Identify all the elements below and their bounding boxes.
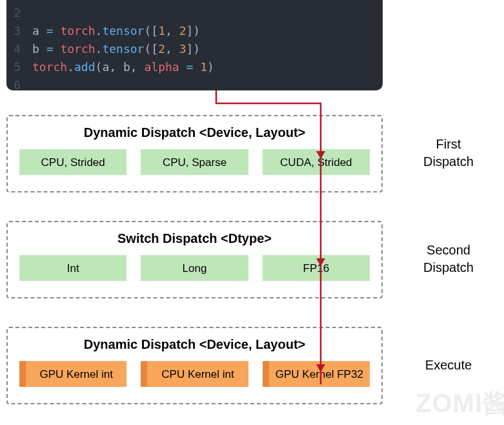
line-number: 6 <box>6 76 32 90</box>
side-label-3: Execute <box>400 357 497 374</box>
code-content: torch.add(a, b, alpha = 1) <box>32 58 214 76</box>
line-number: 3 <box>6 22 32 40</box>
execute-item: GPU Kernel FP32 <box>263 361 370 387</box>
dispatch-title-2: Switch Dispatch <Dtype> <box>19 231 370 246</box>
line-number: 2 <box>6 4 32 22</box>
dispatch-title-3: Dynamic Dispatch <Device, Layout> <box>19 337 370 352</box>
dispatch-title-1: Dynamic Dispatch <Device, Layout> <box>19 125 370 140</box>
side-label-2: SecondDispatch <box>400 242 497 276</box>
dispatch-box-3: Dynamic Dispatch <Device, Layout> GPU Ke… <box>6 327 383 404</box>
dispatch-item: FP16 <box>263 255 370 281</box>
code-line: 2 <box>6 4 383 22</box>
code-content <box>32 4 39 22</box>
dispatch-item: CPU, Strided <box>19 149 126 175</box>
line-number: 4 <box>6 40 32 58</box>
code-line: 3a = torch.tensor([1, 2]) <box>6 22 383 40</box>
line-number: 5 <box>6 58 32 76</box>
code-line: 6 <box>6 76 383 90</box>
side-label-1: FirstDispatch <box>400 136 497 171</box>
dispatch-box-1: Dynamic Dispatch <Device, Layout> CPU, S… <box>6 115 383 192</box>
code-content: a = torch.tensor([1, 2]) <box>32 22 200 40</box>
watermark: ZOMI酱 <box>416 386 504 421</box>
items-row-1: CPU, Strided CPU, Sparse CUDA, Strided <box>19 149 370 175</box>
dispatch-item: CUDA, Strided <box>263 149 370 175</box>
items-row-2: Int Long FP16 <box>19 255 370 281</box>
code-block: 2 3a = torch.tensor([1, 2])4b = torch.te… <box>6 0 383 90</box>
execute-item: CPU Kernel int <box>141 361 248 387</box>
execute-item: GPU Kernel int <box>19 361 126 387</box>
code-line: 4b = torch.tensor([2, 3]) <box>6 40 383 58</box>
dispatch-item: CPU, Sparse <box>141 149 248 175</box>
items-row-3: GPU Kernel int CPU Kernel int GPU Kernel… <box>19 361 370 387</box>
code-line: 5torch.add(a, b, alpha = 1) <box>6 58 383 76</box>
dispatch-box-2: Switch Dispatch <Dtype> Int Long FP16 <box>6 221 383 298</box>
dispatch-item: Int <box>19 255 126 281</box>
dispatch-item: Long <box>141 255 248 281</box>
code-content <box>32 76 39 90</box>
code-content: b = torch.tensor([2, 3]) <box>32 40 200 58</box>
